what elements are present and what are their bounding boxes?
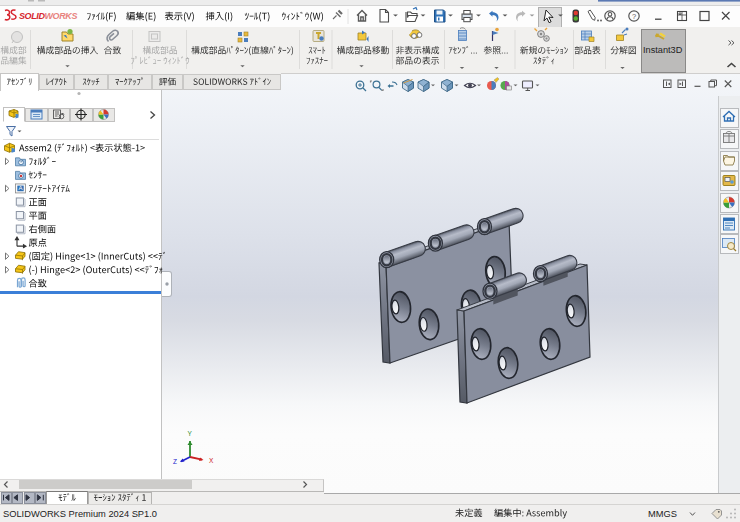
svg-text:?: ? — [632, 12, 636, 21]
svg-text:A: A — [18, 185, 22, 191]
